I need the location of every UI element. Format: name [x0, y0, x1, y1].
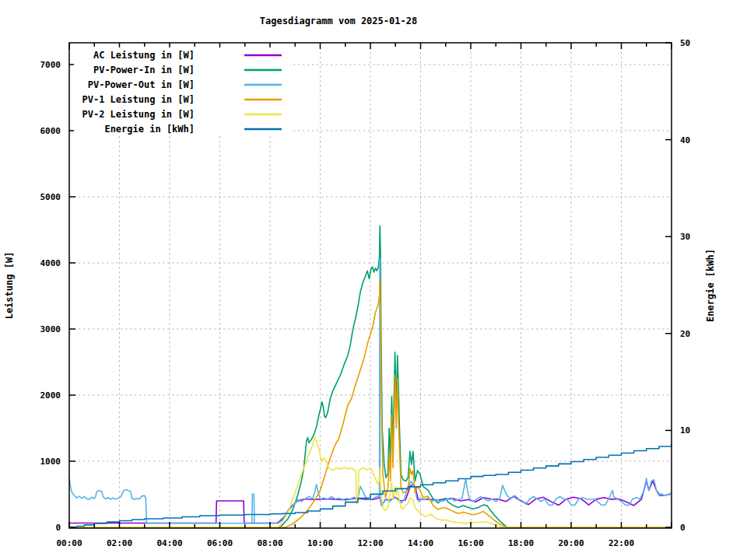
x-tick-label: 04:00: [156, 538, 182, 548]
y-right-tick-label: 40: [680, 135, 690, 145]
y-left-tick-label: 2000: [40, 390, 61, 401]
legend-label-pv-power-in: PV-Power-In in [W]: [93, 65, 195, 75]
y-left-tick-label: 4000: [40, 258, 61, 268]
y-right-tick-label: 30: [680, 232, 690, 242]
y-right-tick-label: 20: [680, 329, 690, 339]
x-tick-label: 16:00: [458, 538, 483, 548]
y-left-tick-label: 7000: [40, 60, 61, 70]
y-left-tick-label: 3000: [40, 324, 61, 334]
y-left-axis-label: Leistung [W]: [4, 252, 15, 320]
legend-label-energie: Energie in [kWh]: [104, 124, 195, 135]
x-tick-label: 18:00: [508, 538, 534, 548]
x-tick-label: 10:00: [307, 538, 333, 548]
y-right-axis-label: Energie [kWh]: [705, 249, 716, 322]
x-tick-label: 12:00: [357, 538, 383, 548]
x-tick-label: 14:00: [408, 538, 433, 548]
legend-label-pv-1-leistung: PV-1 Leistung in [W]: [82, 94, 195, 105]
legend-label-pv-2-leistung: PV-2 Leistung in [W]: [82, 109, 195, 120]
legend: AC Leistung in [W]PV-Power-In in [W]PV-P…: [74, 47, 290, 135]
y-left-tick-label: 1000: [40, 457, 61, 467]
y-left-tick-label: 5000: [40, 192, 61, 202]
x-tick-label: 06:00: [207, 538, 233, 548]
chart-canvas: 00:0002:0004:0006:0008:0010:0012:0014:00…: [0, 0, 747, 560]
y-left-tick-label: 6000: [40, 126, 61, 136]
y-left-tick-label: 0: [55, 523, 61, 533]
x-tick-label: 08:00: [257, 538, 282, 548]
legend-label-pv-power-out: PV-Power-Out in [W]: [88, 79, 195, 90]
legend-label-ac-leistung: AC Leistung in [W]: [93, 50, 195, 61]
y-right-tick-label: 10: [680, 425, 690, 436]
x-tick-label: 22:00: [608, 538, 634, 548]
x-tick-label: 20:00: [558, 538, 584, 548]
daily-pv-chart: 00:0002:0004:0006:0008:0010:0012:0014:00…: [0, 0, 747, 560]
chart-title: Tagesdiagramm vom 2025-01-28: [260, 16, 417, 26]
y-right-tick-label: 0: [680, 523, 686, 533]
y-right-tick-label: 50: [680, 38, 690, 48]
x-tick-label: 02:00: [107, 538, 132, 548]
x-tick-label: 00:00: [56, 538, 82, 548]
